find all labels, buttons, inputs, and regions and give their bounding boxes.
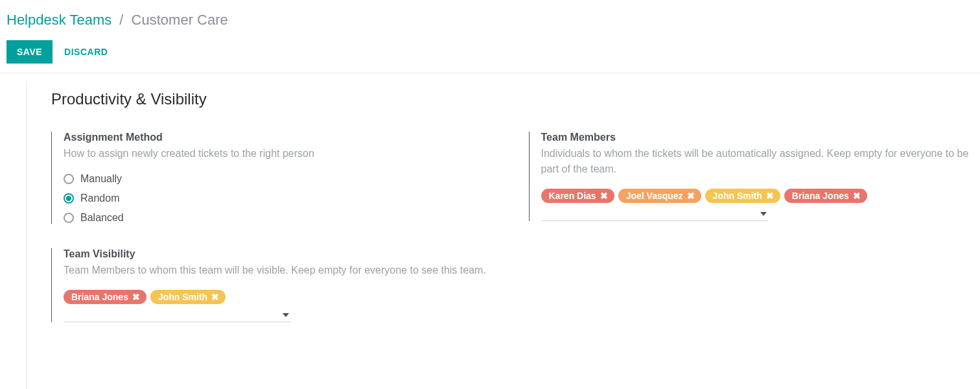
chevron-down-icon: [760, 212, 767, 216]
tag-label: John Smith: [713, 191, 762, 201]
team-visibility-title: Team Visibility: [64, 248, 496, 260]
close-icon[interactable]: ✖: [853, 191, 861, 200]
tag-label: Briana Jones: [792, 191, 849, 201]
save-button[interactable]: SAVE: [6, 40, 52, 64]
breadcrumb-separator: /: [119, 12, 123, 28]
close-icon[interactable]: ✖: [687, 191, 695, 200]
breadcrumb: Helpdesk Teams / Customer Care: [0, 0, 980, 36]
team-members-desc: Individuals to whom the tickets will be …: [541, 146, 974, 177]
close-icon[interactable]: ✖: [600, 191, 608, 200]
settings-col-left: Assignment Method How to assign newly cr…: [51, 132, 503, 347]
radio-manually[interactable]: Manually: [64, 173, 496, 185]
members-tag-container: Karen Dias✖Joel Vasquez✖John Smith✖Brian…: [541, 189, 974, 203]
team-members-title: Team Members: [541, 132, 974, 143]
discard-button[interactable]: DISCARD: [64, 47, 108, 57]
team-visibility-desc: Team Members to whom this team will be v…: [64, 263, 496, 278]
tag: Joel Vasquez✖: [618, 189, 701, 203]
tag-label: John Smith: [158, 292, 207, 302]
assignment-radio-list: Manually Random Balanced: [64, 173, 496, 224]
team-members-box: Team Members Individuals to whom the tic…: [529, 132, 981, 221]
close-icon[interactable]: ✖: [132, 292, 140, 301]
tag-label: Briana Jones: [71, 292, 128, 302]
page-actions: SAVE DISCARD: [0, 36, 980, 73]
assignment-method-title: Assignment Method: [64, 132, 496, 143]
radio-label: Manually: [80, 173, 122, 185]
tag-label: Karen Dias: [549, 191, 596, 201]
radio-icon: [64, 193, 74, 204]
assignment-method-desc: How to assign newly created tickets to t…: [64, 146, 496, 161]
radio-icon: [64, 213, 74, 223]
tag: Briana Jones✖: [784, 189, 867, 203]
radio-balanced[interactable]: Balanced: [64, 212, 496, 224]
section-title: Productivity & Visibility: [51, 90, 980, 108]
tag: John Smith✖: [150, 290, 226, 304]
members-dropdown[interactable]: [541, 207, 768, 221]
settings-row: Assignment Method How to assign newly cr…: [51, 132, 980, 347]
breadcrumb-current: Customer Care: [132, 12, 228, 28]
close-icon[interactable]: ✖: [211, 292, 219, 301]
header-divider: [0, 73, 980, 73]
chevron-down-icon: [283, 313, 289, 317]
tag: Briana Jones✖: [64, 290, 146, 304]
assignment-method-box: Assignment Method How to assign newly cr…: [51, 132, 503, 224]
form-content: Productivity & Visibility Assignment Met…: [26, 81, 980, 389]
settings-col-right: Team Members Individuals to whom the tic…: [529, 132, 981, 347]
visibility-dropdown[interactable]: [64, 308, 290, 322]
radio-random[interactable]: Random: [64, 193, 496, 204]
visibility-tag-container: Briana Jones✖John Smith✖: [64, 290, 496, 304]
tag-label: Joel Vasquez: [626, 191, 683, 201]
tag: John Smith✖: [705, 189, 780, 203]
breadcrumb-parent-link[interactable]: Helpdesk Teams: [6, 12, 111, 28]
radio-label: Random: [80, 193, 119, 204]
radio-icon: [64, 174, 74, 184]
radio-label: Balanced: [80, 212, 124, 224]
team-visibility-box: Team Visibility Team Members to whom thi…: [51, 248, 503, 322]
close-icon[interactable]: ✖: [766, 191, 774, 200]
tag: Karen Dias✖: [541, 189, 614, 203]
